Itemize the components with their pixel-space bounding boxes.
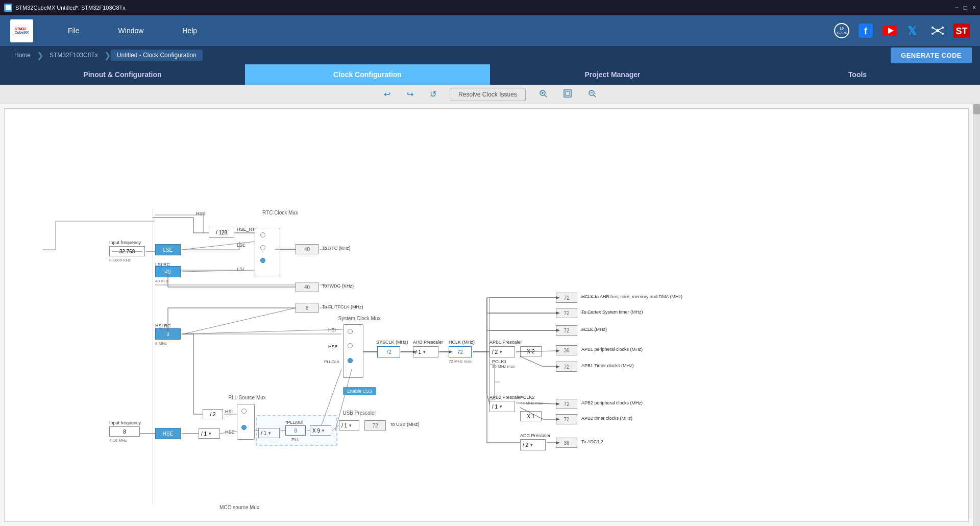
tabbar: Pinout & Configuration Clock Configurati…	[0, 64, 980, 85]
redo-button[interactable]: ↪	[404, 87, 416, 101]
rtc-hse-radio[interactable]	[260, 232, 265, 237]
input-val-top-box[interactable]: 32.768	[109, 246, 145, 256]
hsi-sys-label: HSI	[328, 327, 336, 332]
tab-project[interactable]: Project Manager	[490, 64, 735, 85]
titlebar-left: STM32CubeMX Untitled*: STM32F103C8Tx	[4, 4, 126, 12]
lse-box[interactable]: LSE	[155, 244, 181, 255]
svg-line-20	[545, 95, 547, 97]
hclk-ahb-label: HCLK to AHB bus, core, memory and DMA (M…	[581, 294, 682, 299]
zoom-in-button[interactable]	[536, 87, 550, 102]
input-freq-top-label: Input frequency	[109, 240, 141, 245]
tab-tools[interactable]: Tools	[735, 64, 980, 85]
maximize-button[interactable]: □	[964, 4, 967, 11]
fit-button[interactable]	[560, 87, 575, 102]
svg-line-96	[520, 356, 543, 367]
breadcrumb-page[interactable]: Untitled - Clock Configuration	[111, 50, 203, 61]
breadcrumb-chip[interactable]: STM32F103C8Tx	[43, 52, 104, 59]
svg-line-41	[183, 308, 296, 334]
hse-bot-box[interactable]: HSE	[155, 428, 181, 439]
apb1-peri-label: APB1 peripheral clocks (MHz)	[581, 347, 643, 352]
hse-prediv-dropdown[interactable]: / 1 ▼	[199, 428, 220, 439]
toolbar: ↩ ↪ ↺ Resolve Clock Issues	[0, 85, 980, 104]
apb1-timer-label: APB1 Timer clocks (MHz)	[581, 363, 634, 368]
pll-mux-shape	[237, 404, 255, 440]
sys-hsi-radio[interactable]	[348, 329, 353, 334]
hsi-unit-label: 8 MHz	[155, 341, 167, 346]
lsi-val-box[interactable]: 40	[155, 266, 181, 277]
apb1-timer-val-box: 72	[556, 362, 577, 372]
st-logo-icon[interactable]: ST	[953, 22, 970, 39]
titlebar-controls: − □ ×	[955, 4, 976, 11]
usb-div-dropdown[interactable]: / 1 ▼	[339, 420, 359, 431]
input-range-top-label: 0-1000 KHz	[109, 258, 131, 262]
lsi-unit-label: 40 KHz	[155, 279, 168, 283]
input-val-bot-box[interactable]: 8	[109, 426, 140, 437]
to-rtc-label: To RTC (KHz)	[322, 246, 351, 251]
rtc-lsi-radio[interactable]	[260, 258, 265, 263]
youtube-icon[interactable]	[881, 22, 898, 39]
hse-sys-label: HSE	[328, 344, 338, 349]
network-icon[interactable]	[929, 22, 946, 39]
cortex-timer-label: To Cortex System timer (MHz)	[581, 309, 643, 315]
right-scrollbar[interactable]	[973, 104, 980, 526]
facebook-icon[interactable]: f	[857, 22, 874, 39]
to-iwdg-label: To IWDG (KHz)	[322, 283, 354, 289]
pll-hse-radio[interactable]	[241, 425, 247, 430]
apb2-div-dropdown[interactable]: / 1 ▼	[489, 401, 515, 412]
tab-clock[interactable]: Clock Configuration	[245, 64, 490, 85]
rtc-clock-mux-title: RTC Clock Mux	[250, 210, 311, 216]
hclk-ahb-val-box: 72	[556, 293, 577, 303]
rtc-lse-radio[interactable]	[260, 245, 265, 250]
to-flitfclk-val-box: 8	[296, 303, 318, 313]
hsi-pll-label: HSI	[225, 409, 233, 414]
pclk2-label: PCLK2	[520, 395, 535, 400]
minimize-button[interactable]: −	[955, 4, 959, 11]
left-divider	[153, 208, 153, 505]
hsi-div2-box[interactable]: / 2	[203, 409, 223, 419]
file-menu[interactable]: File	[64, 25, 84, 37]
usb-label: To USB (MHz)	[390, 422, 420, 427]
sys-pll-radio[interactable]	[348, 358, 353, 363]
logo-box: STM32 CubeMX	[10, 19, 33, 42]
pllclk-sys-label: PLLCLK	[324, 360, 339, 364]
svg-line-68	[182, 270, 255, 272]
help-menu[interactable]: Help	[178, 25, 201, 37]
hclk-box[interactable]: 72	[449, 346, 472, 357]
hse-pll-label: HSE	[225, 429, 235, 435]
undo-button[interactable]: ↩	[381, 87, 394, 101]
apb1-x2-box: X 2	[520, 346, 542, 356]
ahb-div-dropdown[interactable]: / 1 ▼	[413, 346, 438, 357]
to-rtc-val-box: 40	[296, 244, 318, 254]
cortex-timer-val-box: 72	[556, 308, 577, 318]
window-title: STM32CubeMX Untitled*: STM32F103C8Tx	[15, 5, 126, 11]
breadcrumb: Home ❯ STM32F103C8Tx ❯ Untitled - Clock …	[0, 46, 980, 64]
generate-code-button[interactable]: GENERATE CODE	[891, 47, 972, 63]
adc-div-dropdown[interactable]: / 2 ▼	[520, 439, 546, 450]
resolve-clock-button[interactable]: Resolve Clock Issues	[450, 88, 526, 101]
usb-val-box: 72	[364, 420, 386, 431]
pll-hsi-radio[interactable]	[241, 409, 247, 414]
pclk1-label: PCLK1	[492, 359, 507, 364]
close-button[interactable]: ×	[972, 4, 976, 11]
refresh-button[interactable]: ↺	[427, 87, 439, 101]
sysclk-label: SYSCLK (MHz)	[376, 340, 408, 345]
window-menu[interactable]: Window	[114, 25, 148, 37]
sysclk-box[interactable]: 72	[377, 346, 400, 357]
hclk-max-label: 72 MHz max	[449, 359, 472, 364]
pll-area	[256, 415, 337, 446]
svg-rect-24	[566, 91, 570, 95]
svg-line-26	[594, 95, 596, 97]
enable-css-button[interactable]: Enable CSS	[343, 387, 376, 395]
adc-prescaler-label: ADC Prescaler	[520, 433, 551, 438]
twitter-icon[interactable]: 𝕏	[905, 22, 922, 39]
breadcrumb-home[interactable]: Home	[8, 52, 37, 59]
hsi-val-box[interactable]: 8	[155, 328, 181, 340]
clock-area[interactable]: Input frequency 32.768 0-1000 KHz LSE LS…	[4, 108, 969, 522]
zoom-out-button[interactable]	[585, 87, 599, 102]
apb1-div-dropdown[interactable]: / 2 ▼	[489, 346, 515, 357]
scroll-thumb[interactable]	[973, 104, 980, 114]
div128-box[interactable]: / 128	[209, 227, 234, 238]
sysclk-mux-shape: HSI HSE PLLCLK	[343, 324, 363, 378]
tab-pinout[interactable]: Pinout & Configuration	[0, 64, 245, 85]
sys-hse-radio[interactable]	[348, 343, 353, 348]
